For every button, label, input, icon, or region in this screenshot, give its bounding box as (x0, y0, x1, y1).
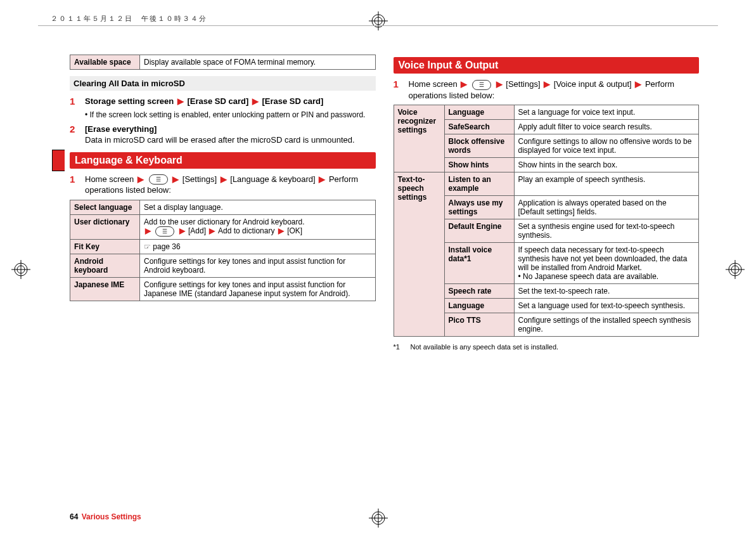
menu-key-icon (472, 80, 491, 90)
cell-desc: Display available space of FOMA terminal… (140, 55, 376, 70)
cell-label: Show hints (444, 158, 514, 172)
cell-desc: Configure settings of the installed spee… (514, 313, 699, 337)
cell-desc: Configure settings to allow no offensive… (514, 134, 699, 158)
cell-desc: Set a display language. (140, 200, 376, 214)
step-text: Storage setting screen (85, 96, 174, 106)
arrow-icon: ▶ (144, 226, 152, 235)
menu-key-icon (149, 174, 168, 185)
available-space-table: Available space Display available space … (70, 55, 376, 70)
step-voice-1: 1 Home screen ▶ ▶ [Settings] ▶ [Voice in… (394, 79, 700, 101)
section-side-tab (52, 150, 65, 171)
table-row: Japanese IME Configure settings for key … (70, 277, 376, 301)
cell-desc: Set a language used for text-to-speech s… (514, 299, 699, 313)
step-text: [Erase SD card] (262, 96, 323, 106)
cell-label: Japanese IME (70, 277, 140, 301)
table-row: Select language Set a display language. (70, 200, 376, 214)
cell-label: Fit Key (70, 239, 140, 254)
page-ref-icon: ☞ (144, 242, 151, 251)
arrow-icon: ▶ (136, 174, 145, 184)
step-text: Home screen (409, 79, 458, 89)
registration-mark-left (11, 260, 30, 279)
cell-desc: Set a language for voice text input. (514, 105, 699, 120)
cell-desc: Add to the user dictionary for Android k… (140, 214, 376, 239)
page-footer: 64 Various Settings (70, 512, 141, 521)
arrow-icon: ▶ (176, 96, 185, 106)
section-language-keyboard: Language & Keyboard (70, 152, 376, 169)
cell-label: Language (444, 299, 514, 313)
step-text: [Voice input & output] (554, 79, 632, 89)
section-title-text: Language & Keyboard (75, 155, 183, 166)
table-row: Fit Key ☞ page 36 (70, 239, 376, 254)
registration-mark-top (369, 11, 388, 30)
cell-label: Listen to an example (444, 172, 514, 196)
step-text: [Settings] (183, 174, 217, 184)
arrow-icon: ▶ (208, 226, 216, 235)
subheading-clearing-microsd: Clearing All Data in microSD (70, 76, 376, 91)
cell-label: Select language (70, 200, 140, 214)
arrow-icon: ▶ (317, 174, 326, 184)
cell-label: Pico TTS (444, 313, 514, 337)
cell-label: Always use my settings (444, 196, 514, 219)
section-name: Various Settings (82, 512, 141, 521)
print-timestamp: ２０１１年５月１２日 午後１０時３４分 (51, 14, 207, 23)
step-bullet: • If the screen lock setting is enabled,… (85, 110, 376, 120)
group-label: Text-to-speech settings (394, 172, 444, 337)
cell-label: Default Engine (444, 219, 514, 243)
arrow-icon: ▶ (251, 96, 260, 106)
cell-desc: Configure settings for key tones and inp… (140, 254, 376, 277)
arrow-icon: ▶ (634, 79, 643, 89)
menu-key-icon (155, 226, 174, 237)
step-number: 2 (70, 124, 79, 146)
cell-desc: If speech data necessary for text-to-spe… (514, 243, 699, 284)
cell-desc: Play an example of speech synthesis. (514, 172, 699, 196)
step-1: 1 Storage setting screen ▶ [Erase SD car… (70, 96, 376, 120)
cell-desc: Show hints in the search box. (514, 158, 699, 172)
registration-mark-right (726, 260, 745, 279)
cell-desc: Set the text-to-speech rate. (514, 284, 699, 299)
language-keyboard-table: Select language Set a display language. … (70, 200, 376, 301)
cell-label: Available space (70, 55, 140, 70)
footnote-text: Not available is any speech data set is … (411, 343, 559, 351)
step-2: 2 [Erase everything] Data in microSD car… (70, 124, 376, 146)
step-text: [Language & keyboard] (230, 174, 315, 184)
section-voice-io: Voice Input & Output (394, 57, 700, 74)
footnote-mark: *1 (394, 343, 409, 351)
cell-desc: ☞ page 36 (140, 239, 376, 254)
arrow-icon: ▶ (459, 79, 468, 89)
arrow-icon: ▶ (542, 79, 551, 89)
cell-label: User dictionary (70, 214, 140, 239)
step-desc: Data in microSD card will be erased afte… (85, 134, 376, 146)
section-title-text: Voice Input & Output (399, 60, 499, 70)
table-row: Available space Display available space … (70, 55, 376, 70)
cell-desc: Configure settings for key tones and inp… (140, 277, 376, 301)
cell-label: Language (444, 105, 514, 120)
voice-settings-table: Voice recognizer settings Language Set a… (394, 105, 700, 337)
cell-label: Install voice data*1 (444, 243, 514, 284)
step-number: 1 (394, 79, 402, 101)
right-column: Voice Input & Output 1 Home screen ▶ ▶ [… (394, 51, 700, 514)
step-text: Home screen (85, 174, 134, 184)
page-number: 64 (70, 512, 78, 521)
cell-label: Android keyboard (70, 254, 140, 277)
left-column: Available space Display available space … (70, 51, 376, 514)
cell-label: Block offensive words (444, 134, 514, 158)
arrow-icon: ▶ (219, 174, 228, 184)
cell-label: Speech rate (444, 284, 514, 299)
step-number: 1 (70, 174, 79, 196)
step-lang-1: 1 Home screen ▶ ▶ [Settings] ▶ [Language… (70, 174, 376, 196)
table-row: User dictionary Add to the user dictiona… (70, 214, 376, 239)
arrow-icon: ▶ (171, 174, 180, 184)
step-number: 1 (70, 96, 79, 120)
table-row: Text-to-speech settings Listen to an exa… (394, 172, 699, 196)
arrow-icon: ▶ (277, 226, 285, 235)
arrow-icon: ▶ (495, 79, 504, 89)
step-text: [Erase SD card] (187, 96, 248, 106)
header-rule (38, 25, 718, 26)
step-text: [Erase everything] (85, 124, 376, 135)
cell-desc: Apply adult filter to voice search resul… (514, 120, 699, 134)
group-label: Voice recognizer settings (394, 105, 444, 172)
cell-desc: Application is always operated based on … (514, 196, 699, 219)
step-text: [Settings] (506, 79, 540, 89)
cell-desc: Set a synthesis engine used for text-to-… (514, 219, 699, 243)
footnote: *1 Not available is any speech data set … (394, 343, 700, 351)
